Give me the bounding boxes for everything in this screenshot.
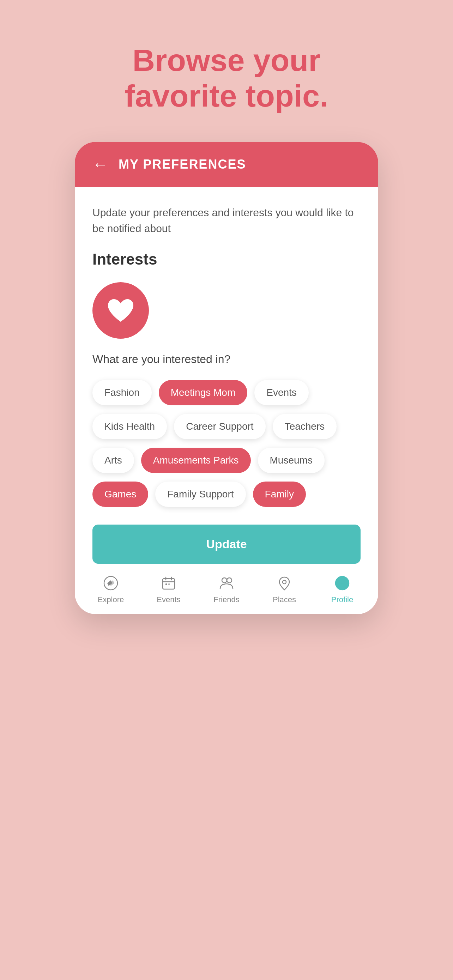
friends-icon bbox=[217, 574, 236, 592]
nav-label-places: Places bbox=[273, 595, 296, 604]
tag-arts[interactable]: Arts bbox=[92, 448, 134, 473]
nav-label-friends: Friends bbox=[213, 595, 239, 604]
svg-rect-9 bbox=[168, 584, 170, 585]
screen-header: ← MY PREFERENCES bbox=[75, 142, 378, 187]
tag-amusements-parks[interactable]: Amusements Parks bbox=[141, 448, 251, 473]
interest-tags-container: FashionMeetings MomEventsKids HealthCare… bbox=[92, 380, 361, 507]
screen-content: Update your preferences and interests yo… bbox=[75, 187, 378, 564]
nav-item-explore[interactable]: Explore bbox=[93, 574, 129, 604]
nav-label-explore: Explore bbox=[98, 595, 124, 604]
phone-frame: ← MY PREFERENCES Update your preferences… bbox=[75, 142, 378, 614]
tag-teachers[interactable]: Teachers bbox=[273, 414, 337, 439]
nav-label-events: Events bbox=[157, 595, 180, 604]
tag-events[interactable]: Events bbox=[254, 380, 309, 405]
section-title: Interests bbox=[92, 250, 361, 268]
svg-point-14 bbox=[340, 579, 344, 583]
heart-icon bbox=[106, 296, 135, 325]
back-button[interactable]: ← bbox=[92, 157, 108, 172]
tag-museums[interactable]: Museums bbox=[258, 448, 324, 473]
tag-meetings-mom[interactable]: Meetings Mom bbox=[159, 380, 248, 405]
screen-title: MY PREFERENCES bbox=[119, 157, 246, 172]
nav-label-profile: Profile bbox=[331, 595, 353, 604]
update-button[interactable]: Update bbox=[92, 525, 361, 564]
tag-family-support[interactable]: Family Support bbox=[155, 482, 246, 507]
tags-row-0: FashionMeetings MomEvents bbox=[92, 380, 361, 405]
heart-icon-circle bbox=[92, 282, 149, 339]
tags-row-2: ArtsAmusements ParksMuseums bbox=[92, 448, 361, 473]
tag-games[interactable]: Games bbox=[92, 482, 148, 507]
hero-title: Browse your favorite topic. bbox=[104, 42, 350, 114]
svg-rect-8 bbox=[165, 584, 167, 585]
nav-item-events[interactable]: Events bbox=[151, 574, 186, 604]
tags-row-1: Kids HealthCareer SupportTeachers bbox=[92, 414, 361, 439]
tag-kids-health[interactable]: Kids Health bbox=[92, 414, 167, 439]
compass-icon bbox=[102, 574, 120, 592]
svg-point-11 bbox=[227, 578, 232, 583]
svg-point-3 bbox=[110, 582, 111, 584]
tag-family[interactable]: Family bbox=[253, 482, 306, 507]
tag-fashion[interactable]: Fashion bbox=[92, 380, 152, 405]
events-icon bbox=[159, 574, 178, 592]
nav-item-profile[interactable]: Profile bbox=[324, 574, 360, 604]
profile-icon bbox=[333, 574, 351, 592]
places-icon bbox=[275, 574, 294, 592]
svg-point-12 bbox=[283, 580, 286, 584]
description-text: Update your preferences and interests yo… bbox=[92, 205, 361, 236]
tags-row-3: GamesFamily SupportFamily bbox=[92, 482, 361, 507]
tag-career-support[interactable]: Career Support bbox=[174, 414, 265, 439]
question-text: What are you interested in? bbox=[92, 353, 361, 366]
nav-item-friends[interactable]: Friends bbox=[209, 574, 244, 604]
bottom-navigation: Explore Events Friends Places Profile bbox=[75, 564, 378, 614]
nav-item-places[interactable]: Places bbox=[267, 574, 302, 604]
svg-point-10 bbox=[222, 578, 227, 583]
